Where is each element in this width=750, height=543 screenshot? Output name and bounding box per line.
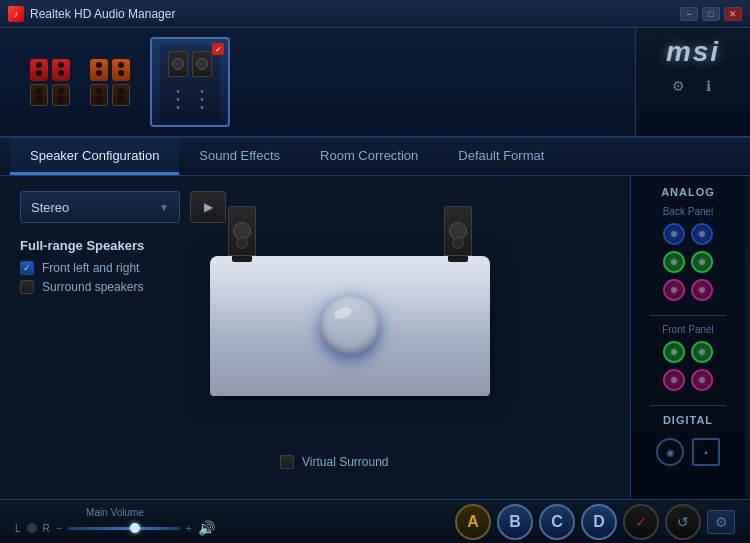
jack-blue-2[interactable] <box>691 223 713 245</box>
pin-dark-4 <box>112 84 130 106</box>
port-1-connector <box>30 59 70 106</box>
tab-sound-effects[interactable]: Sound Effects <box>179 138 300 175</box>
checkbox-surround-input[interactable] <box>20 280 34 294</box>
checkbox-surround-label: Surround speakers <box>42 280 143 294</box>
port-3-active[interactable]: ⋮⋮ <box>150 37 230 127</box>
active-port-inner: ⋮⋮ <box>160 45 220 120</box>
dropdown-value: Stereo <box>31 200 69 215</box>
digital-section: DIGITAL ◉ ▪ <box>656 414 720 466</box>
checkbox-front-input[interactable] <box>20 261 34 275</box>
tab-room-correction[interactable]: Room Correction <box>300 138 438 175</box>
speaker-right <box>444 206 472 262</box>
virtual-surround-label: Virtual Surround <box>302 455 389 469</box>
front-panel-label: Front Panel <box>662 324 714 335</box>
msi-icons-row: ⚙ ℹ <box>668 76 718 96</box>
digital-label: DIGITAL <box>663 414 713 426</box>
back-panel-label: Back Panel <box>663 206 714 217</box>
divider-2 <box>650 405 725 406</box>
front-panel-jacks-row2 <box>663 369 713 391</box>
button-b[interactable]: B <box>497 504 533 540</box>
speaker-box-right <box>192 51 212 77</box>
speaker-left-base <box>232 256 252 262</box>
gear-icon[interactable]: ⚙ <box>668 76 688 96</box>
speaker-box-left <box>168 51 188 77</box>
port-1[interactable] <box>20 42 80 122</box>
jack-pink-front-1[interactable] <box>663 369 685 391</box>
checkbox-front-label: Front left and right <box>42 261 139 275</box>
volume-plus[interactable]: + <box>186 522 192 534</box>
pin-dark-3 <box>90 84 108 106</box>
right-channel-label: R <box>43 523 50 534</box>
pin-red-2 <box>52 59 70 81</box>
tab-speaker-configuration[interactable]: Speaker Configuration <box>10 138 179 175</box>
speaker-icon: 🔊 <box>198 520 215 536</box>
title-bar-left: ♪ Realtek HD Audio Manager <box>8 6 175 22</box>
msi-panel: msi ⚙ ℹ <box>635 28 750 136</box>
front-panel-jacks-row1 <box>663 341 713 363</box>
active-indicator <box>212 43 224 55</box>
header-area: ⋮⋮ msi ⚙ ℹ <box>0 28 750 138</box>
button-d[interactable]: D <box>581 504 617 540</box>
audio-orb <box>320 296 380 356</box>
jack-green-front-2[interactable] <box>691 341 713 363</box>
jack-pink-front-2[interactable] <box>691 369 713 391</box>
pin-dark-1 <box>30 84 48 106</box>
speaker-left <box>228 206 256 262</box>
left-channel-label: L <box>15 523 21 534</box>
volume-slider-row: L R − + 🔊 <box>15 520 215 536</box>
jack-blue-1[interactable] <box>663 223 685 245</box>
speaker-diagram <box>200 186 500 406</box>
digital-icon-circle[interactable]: ◉ <box>656 438 684 466</box>
title-bar-controls: − □ ✕ <box>680 7 742 21</box>
pin-red-1 <box>30 59 48 81</box>
virtual-surround-checkbox[interactable] <box>280 455 294 469</box>
back-panel-jacks-row3 <box>663 279 713 301</box>
left-panel: Stereo ▼ ▶ <box>0 176 630 499</box>
back-panel-jacks-row1 <box>663 223 713 245</box>
main-content: Stereo ▼ ▶ <box>0 176 750 499</box>
volume-label: Main Volume <box>86 507 144 518</box>
action-buttons: A B C D ✓ ↺ ⚙ <box>455 504 735 540</box>
pin-dark-2 <box>52 84 70 106</box>
digital-icon-square[interactable]: ▪ <box>692 438 720 466</box>
button-b-label: B <box>509 513 521 531</box>
volume-minus[interactable]: − <box>56 522 62 534</box>
speaker-mode-dropdown[interactable]: Stereo ▼ <box>20 191 180 223</box>
digital-icons: ◉ ▪ <box>656 438 720 466</box>
port-2[interactable] <box>80 42 140 122</box>
settings-button[interactable]: ⚙ <box>707 510 735 534</box>
check-icon: ✓ <box>635 514 647 530</box>
jack-green-1[interactable] <box>663 251 685 273</box>
apply-button[interactable]: ✓ <box>623 504 659 540</box>
main-volume-slider[interactable] <box>68 527 179 530</box>
jack-pink-1[interactable] <box>663 279 685 301</box>
virtual-surround-row: Virtual Surround <box>280 455 389 469</box>
minimize-button[interactable]: − <box>680 7 698 21</box>
speaker-right-base <box>448 256 468 262</box>
speaker-dots: ⋮⋮ <box>166 85 214 113</box>
button-c[interactable]: C <box>539 504 575 540</box>
msi-logo: msi <box>666 36 720 68</box>
refresh-icon: ↺ <box>677 514 689 530</box>
maximize-button[interactable]: □ <box>702 7 720 21</box>
button-d-label: D <box>593 513 605 531</box>
right-panel: ANALOG Back Panel Front Panel DIGITAL <box>630 176 745 499</box>
close-button[interactable]: ✕ <box>724 7 742 21</box>
tab-bar: Speaker Configuration Sound Effects Room… <box>0 138 750 176</box>
jack-green-front-1[interactable] <box>663 341 685 363</box>
speaker-right-body <box>444 206 472 256</box>
settings-icon: ⚙ <box>715 514 728 530</box>
tab-default-format[interactable]: Default Format <box>438 138 564 175</box>
jack-green-2[interactable] <box>691 251 713 273</box>
stage <box>200 186 500 406</box>
info-icon[interactable]: ℹ <box>698 76 718 96</box>
volume-icon-mute[interactable] <box>27 523 37 533</box>
title-bar: ♪ Realtek HD Audio Manager − □ ✕ <box>0 0 750 28</box>
analog-label: ANALOG <box>661 186 715 198</box>
button-a[interactable]: A <box>455 504 491 540</box>
port-2-connector <box>90 59 130 106</box>
reset-button[interactable]: ↺ <box>665 504 701 540</box>
divider-1 <box>650 315 725 316</box>
back-panel-jacks-row2 <box>663 251 713 273</box>
jack-pink-2[interactable] <box>691 279 713 301</box>
